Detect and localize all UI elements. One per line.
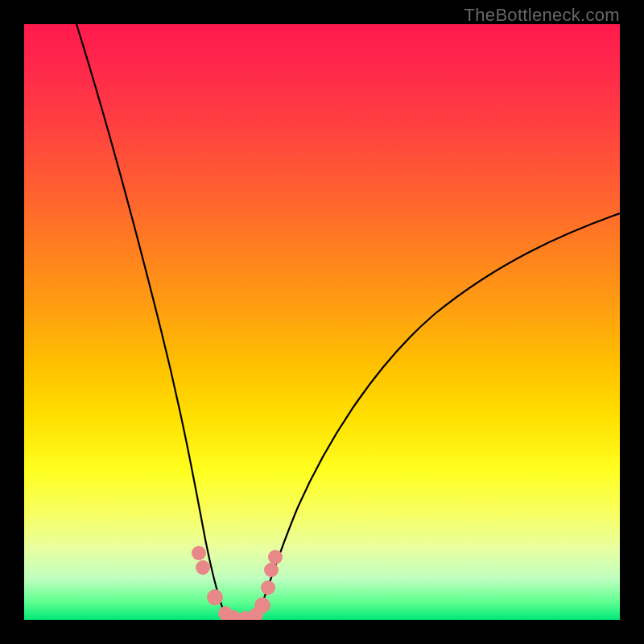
plot-area — [24, 24, 620, 620]
marker-dot — [254, 597, 270, 613]
right-curve — [258, 213, 620, 616]
marker-dot — [261, 580, 275, 595]
marker-dot — [268, 550, 283, 564]
marker-group — [192, 546, 283, 620]
marker-dot — [192, 546, 206, 560]
marker-dot — [264, 563, 279, 577]
curve-svg — [24, 24, 620, 620]
chart-container: TheBottleneck.com — [0, 0, 644, 644]
marker-dot — [196, 560, 210, 575]
watermark-text: TheBottleneck.com — [464, 5, 620, 26]
left-curve — [76, 24, 225, 616]
marker-dot — [207, 589, 223, 605]
